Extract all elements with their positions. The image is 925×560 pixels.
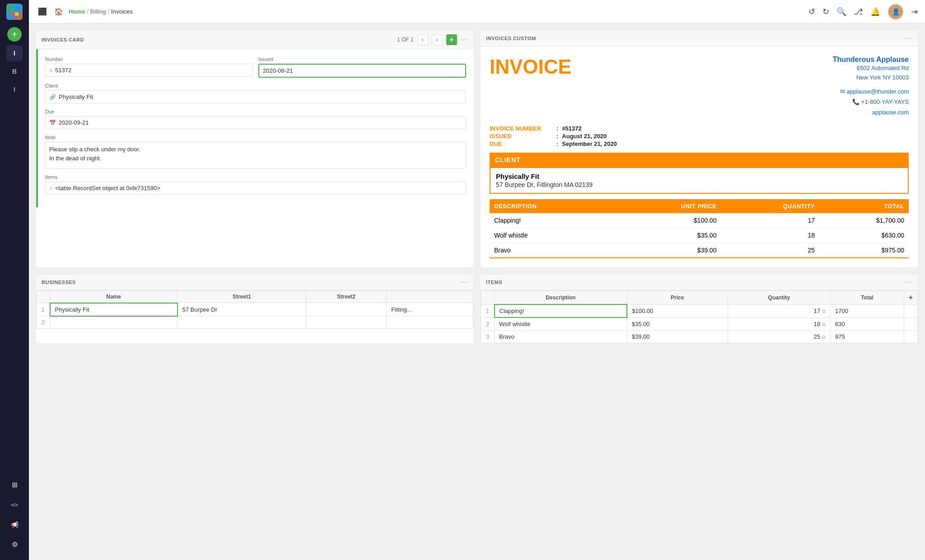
undo-icon[interactable]: ↺	[808, 7, 815, 17]
items-more-menu[interactable]: ···	[905, 278, 912, 286]
copy-icon: ⧉	[822, 334, 826, 340]
number-field-icon: ≡	[49, 67, 52, 74]
breadcrumb-billing[interactable]: Billing	[90, 8, 106, 15]
invoices-card-header: INVOICES Card 1 OF 1 ‹ › + ···	[36, 31, 473, 49]
sidebar-item-megaphone[interactable]: 📢	[6, 517, 23, 533]
invoices-card-panel: INVOICES Card 1 OF 1 ‹ › + ··· Number ≡ …	[36, 31, 473, 267]
items-col-add[interactable]: +	[904, 290, 917, 304]
grid-icon: ⊞	[12, 481, 18, 489]
sidebar-item-settings[interactable]: ⚙	[6, 537, 23, 553]
sidebar-item-invoices[interactable]: I	[6, 45, 23, 61]
biz-row1-street2[interactable]	[306, 303, 387, 316]
biz-row2-street1[interactable]	[178, 316, 306, 329]
items-label: Items	[45, 174, 466, 180]
invoice-issued-value: August 21, 2020	[562, 133, 607, 140]
invoice-meta: INVOICE NUMBER : #51372 ISSUED : August …	[490, 125, 909, 147]
client-section: CLIENT Physically Fit 57 Burpee Dr, Fitl…	[490, 153, 909, 194]
biz-row2-street2[interactable]	[306, 316, 387, 329]
pagination: 1 OF 1	[397, 37, 414, 43]
nav-back-icon[interactable]: ⬛	[36, 5, 49, 18]
item-quantity[interactable]: 17 ⧉	[728, 304, 830, 317]
invoice-preview-title: INVOICE	[490, 56, 571, 78]
item-price[interactable]: $39.00	[627, 331, 728, 343]
search-icon[interactable]: 🔍	[836, 7, 846, 17]
card-more-menu[interactable]: ···	[461, 36, 468, 44]
bell-icon[interactable]: 🔔	[870, 7, 880, 17]
items-col-description: Description	[495, 290, 627, 304]
invoice-issued-sep: :	[556, 133, 558, 140]
user-avatar[interactable]: 👤	[888, 4, 904, 20]
next-button[interactable]: ›	[432, 34, 443, 45]
sidebar-item-code[interactable]: </>	[6, 497, 23, 513]
company-website[interactable]: applause.com	[833, 107, 909, 117]
invoice-items-table: DESCRIPTION UNIT PRICE QUANTITY TOTAL Cl…	[490, 199, 909, 258]
item-description: Wolf whistle	[490, 228, 614, 243]
number-input[interactable]: ≡ 51372	[45, 64, 253, 77]
biz-col-street1: Street1	[178, 290, 306, 303]
item-price[interactable]: $35.00	[627, 317, 728, 331]
sidebar-item-items[interactable]: I	[6, 81, 23, 98]
item-unit-price: $100.00	[614, 213, 721, 228]
breadcrumb-home[interactable]: Home	[69, 8, 85, 15]
sidebar-item-label: B	[12, 68, 17, 75]
item-desc[interactable]: Wolf whistle	[495, 317, 627, 331]
main-content: ⬛ 🏠 Home / Billing / Invoices ↺ ↻ 🔍 ⎇ 🔔 …	[29, 0, 925, 560]
redo-icon[interactable]: ↻	[822, 7, 829, 17]
client-input[interactable]: 🔗 Physically Fit	[45, 90, 466, 103]
breadcrumb-invoices[interactable]: Invoices	[111, 8, 133, 15]
item-desc[interactable]: Clapping!	[495, 304, 627, 317]
table-row: 1 Physically Fit 57 Burpee Dr Fitling...	[37, 303, 473, 316]
collapse-icon[interactable]: ⇥	[911, 7, 918, 17]
prev-button[interactable]: ‹	[417, 34, 428, 45]
item-unit-price: $39.00	[614, 243, 721, 258]
share-icon[interactable]: ⎇	[854, 7, 863, 17]
businesses-panel: BUSINESSES ··· Name Street1 Street2 1	[36, 275, 473, 344]
item-quantity[interactable]: 18 ⧉	[728, 317, 830, 331]
biz-row1-street1[interactable]: 57 Burpee Dr	[178, 303, 306, 316]
item-quantity[interactable]: 25 ⧉	[728, 331, 830, 343]
table-row: 2 Wolf whistle $35.00 18 ⧉ 630	[481, 317, 918, 331]
content-grid: INVOICES Card 1 OF 1 ‹ › + ··· Number ≡ …	[29, 23, 925, 560]
items-icon: ≡	[49, 185, 52, 191]
custom-more-menu[interactable]: ···	[905, 34, 912, 42]
item-description: Clapping!	[490, 213, 614, 228]
item-price[interactable]: $100.00	[627, 304, 728, 317]
items-header: ITEMS ···	[481, 275, 918, 290]
client-label: Client	[45, 83, 466, 89]
col-unit-price: UNIT PRICE	[614, 199, 721, 213]
copy-icon: ⧉	[822, 308, 826, 314]
items-input[interactable]: ≡ <table.RecordSet object at 0xfe731590>	[45, 182, 466, 195]
item-total: 975	[830, 331, 904, 343]
due-input[interactable]: 📅 2020-09-21	[45, 116, 466, 129]
app-logo[interactable]	[6, 4, 23, 20]
sidebar-item-billing[interactable]: B	[6, 63, 23, 79]
client-section-body: Physically Fit 57 Burpee Dr, Fitlington …	[490, 167, 909, 194]
invoice-preview-body: INVOICE Thunderous Applause 6502 Automat…	[481, 47, 918, 267]
biz-row2-name[interactable]	[50, 316, 178, 329]
issued-value: 2020-08-21	[263, 67, 293, 74]
due-value: 2020-09-21	[59, 119, 89, 126]
biz-row1-num: 1	[37, 303, 50, 316]
note-input[interactable]: Please slip a check under my door. In th…	[45, 142, 466, 169]
number-label: Number	[45, 56, 253, 62]
biz-row2-extra	[387, 316, 473, 329]
table-row: 1 Clapping! $100.00 17 ⧉ 1700	[481, 304, 918, 317]
sidebar-item-grid[interactable]: ⊞	[6, 477, 23, 493]
businesses-more-menu[interactable]: ···	[461, 278, 468, 286]
item-quantity: 18	[721, 228, 819, 243]
add-record-button[interactable]: +	[446, 34, 457, 45]
biz-col-num	[37, 290, 50, 303]
item-total: $975.00	[819, 243, 909, 258]
issued-input[interactable]: 2020-08-21	[258, 64, 466, 78]
items-title: ITEMS	[486, 280, 902, 285]
item-desc[interactable]: Bravo	[495, 331, 627, 343]
biz-col-extra	[387, 290, 473, 303]
home-icon[interactable]: 🏠	[52, 5, 65, 18]
due-date-icon: 📅	[49, 120, 56, 126]
client-section-header: CLIENT	[490, 153, 909, 167]
items-col-total: Total	[830, 290, 904, 304]
add-button[interactable]: +	[7, 27, 22, 42]
biz-row1-name[interactable]: Physically Fit	[50, 303, 178, 316]
breadcrumb-sep-1: /	[87, 8, 89, 15]
table-row: Wolf whistle $35.00 18 $630.00	[490, 228, 909, 243]
